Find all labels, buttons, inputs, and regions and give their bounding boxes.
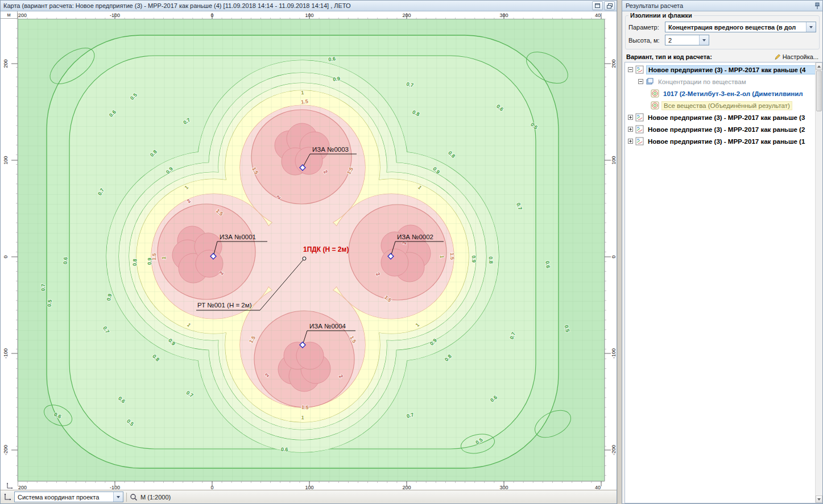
svg-text:200: 200 <box>18 485 27 490</box>
variant-map-icon <box>635 137 644 145</box>
svg-text:0.5: 0.5 <box>46 299 53 307</box>
svg-text:0: 0 <box>611 255 617 258</box>
variant-map-icon <box>635 125 644 134</box>
tree-item-variant-2[interactable]: Новое предприятие (3) - МРР-2017 как ран… <box>646 126 807 134</box>
coord-system-select[interactable]: Система координат проекта <box>14 491 123 502</box>
map-canvas[interactable]: 0.50.50.50.50.50.50.60.60.60.60.60.60.60… <box>18 19 605 481</box>
collapse-toggle-icon[interactable] <box>628 67 633 72</box>
svg-text:0: 0 <box>210 485 213 490</box>
svg-text:-100: -100 <box>611 348 617 359</box>
ruler-unit-label: м <box>7 12 10 18</box>
restore-button[interactable] <box>604 1 615 10</box>
svg-text:200: 200 <box>3 59 9 68</box>
svg-text:1: 1 <box>161 256 167 259</box>
svg-text:40: 40 <box>595 485 601 490</box>
map-area: м 200-100010020030040 2001000-100-200 <box>1 11 617 490</box>
results-panel-header: Результаты расчета <box>622 1 822 11</box>
svg-text:200: 200 <box>18 13 27 18</box>
tree-item-variant-4[interactable]: Новое предприятие (3) - МРР-2017 как ран… <box>646 65 816 74</box>
ruler-right: 2001000-100-200 <box>605 19 617 481</box>
svg-text:0.6: 0.6 <box>544 261 551 269</box>
scroll-down-button[interactable] <box>816 495 822 503</box>
isolines-result-icon <box>651 101 659 110</box>
tree-row: Новое предприятие (3) - МРР-2017 как ран… <box>625 135 816 147</box>
variant-section-header: Вариант, тип и код расчета: Настройка... <box>622 51 822 62</box>
map-canvas-cell: 0.50.50.50.50.50.50.60.60.60.60.60.60.60… <box>18 19 605 481</box>
settings-link[interactable]: Настройка... <box>774 53 818 60</box>
isolines-result-icon <box>651 89 659 98</box>
ruler-right-ticks: 2001000-100-200 <box>605 19 617 481</box>
map-scale-label: М (1:2000) <box>140 494 171 501</box>
ruler-top-ticks: 200-100010020030040 <box>18 12 605 19</box>
svg-text:0.9: 0.9 <box>333 76 341 82</box>
svg-text:ИЗА №0001: ИЗА №0001 <box>220 234 256 240</box>
results-panel: Результаты расчета Изолинии и флажки Пар… <box>622 0 823 504</box>
svg-text:0.6: 0.6 <box>281 447 288 453</box>
scrollbar-thumb[interactable] <box>816 70 822 111</box>
tree-item-variant-3[interactable]: Новое предприятие (3) - МРР-2017 как ран… <box>646 114 807 122</box>
expand-toggle-icon[interactable] <box>628 139 633 144</box>
svg-text:0.9: 0.9 <box>471 255 477 263</box>
svg-text:0.6: 0.6 <box>328 56 336 62</box>
collapse-toggle-icon[interactable] <box>638 79 643 84</box>
tree-row: 1017 (2-Метилбут-3-ен-2-ол (Диметилвинил <box>625 88 816 99</box>
svg-text:-100: -100 <box>3 348 9 359</box>
ruler-corner-bottom-left <box>1 481 18 490</box>
zoom-icon <box>130 493 138 501</box>
svg-text:РТ №001 (Н = 2м): РТ №001 (Н = 2м) <box>197 302 252 309</box>
ruler-top: 200-100010020030040 <box>18 11 605 19</box>
svg-text:ИЗА №0004: ИЗА №0004 <box>309 323 346 330</box>
pin-icon[interactable] <box>814 2 820 10</box>
isolines-group: Изолинии и флажки Параметр: Концентрация… <box>625 12 820 49</box>
receptor-marker[interactable] <box>303 257 306 260</box>
height-select[interactable]: 2 <box>665 35 709 45</box>
svg-text:100: 100 <box>611 156 617 164</box>
isolines-group-title: Изолинии и флажки <box>628 12 694 19</box>
restore-icon <box>607 3 613 9</box>
tree-row: Концентрации по веществам <box>625 76 816 88</box>
svg-text:0.7: 0.7 <box>40 284 46 291</box>
ruler-unit-box: м <box>1 11 18 19</box>
svg-text:300: 300 <box>499 13 508 18</box>
svg-text:-100: -100 <box>110 485 120 490</box>
window-splitter[interactable] <box>617 0 622 504</box>
variant-section-title: Вариант, тип и код расчета: <box>626 53 774 60</box>
tree-row: Новое предприятие (3) - МРР-2017 как ран… <box>625 123 816 135</box>
svg-text:40: 40 <box>595 13 601 18</box>
parameter-value: Концентрация вредного вещества (в дол <box>668 24 796 31</box>
svg-text:0.8: 0.8 <box>131 259 138 266</box>
layers-icon <box>646 77 654 86</box>
svg-text:200: 200 <box>402 485 411 490</box>
tree-item-concentrations[interactable]: Концентрации по веществам <box>656 78 748 86</box>
svg-text:0: 0 <box>3 255 9 258</box>
expand-toggle-icon[interactable] <box>628 115 633 120</box>
ruler-bottom-ticks: 200-100010020030040 <box>18 481 605 490</box>
svg-text:ИЗА №0003: ИЗА №0003 <box>312 146 349 153</box>
svg-text:1.5: 1.5 <box>301 98 309 105</box>
chevron-down-icon <box>113 492 123 502</box>
svg-text:300: 300 <box>499 485 508 490</box>
tree-row: Новое предприятие (3) - МРР-2017 как ран… <box>625 64 816 76</box>
tree-item-all-substances[interactable]: Все вещества (Объединённый результат) <box>661 101 792 110</box>
tree-item-substance-1017[interactable]: 1017 (2-Метилбут-3-ен-2-ол (Диметилвинил <box>661 90 805 98</box>
scroll-up-button[interactable] <box>816 63 822 70</box>
expand-toggle-icon[interactable] <box>628 127 633 132</box>
statusbar-divider <box>126 493 127 502</box>
svg-text:-200: -200 <box>3 445 9 455</box>
svg-text:1: 1 <box>301 415 304 420</box>
height-value: 2 <box>668 37 672 44</box>
maximize-button[interactable] <box>592 1 603 10</box>
chevron-down-icon <box>806 22 816 32</box>
tree-item-variant-1[interactable]: Новое предприятие (3) - МРР-2017 как ран… <box>646 138 807 145</box>
tree-scrollbar[interactable] <box>815 63 822 503</box>
svg-text:1: 1 <box>439 255 445 258</box>
ruler-left-ticks: 2001000-100-200 <box>1 19 18 481</box>
settings-link-label: Настройка... <box>783 53 818 60</box>
svg-text:1.5: 1.5 <box>301 404 309 410</box>
svg-text:100: 100 <box>3 156 9 164</box>
parameter-select[interactable]: Концентрация вредного вещества (в дол <box>665 22 816 32</box>
tree-row: Новое предприятие (3) - МРР-2017 как ран… <box>625 111 816 123</box>
results-tree: Новое предприятие (3) - МРР-2017 как ран… <box>625 62 822 503</box>
svg-text:0: 0 <box>210 13 213 18</box>
maximize-icon <box>595 3 600 8</box>
